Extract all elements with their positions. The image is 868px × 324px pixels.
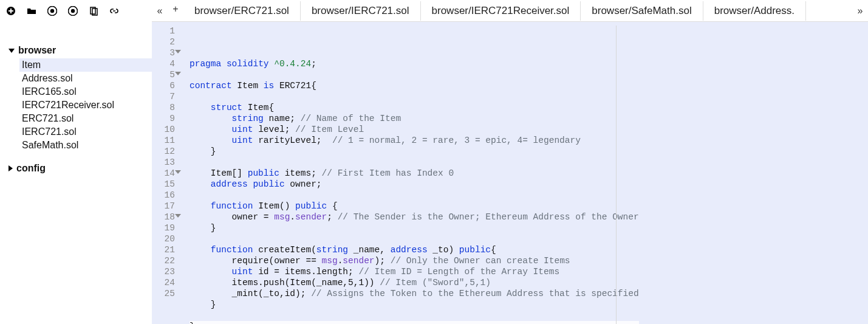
tree-item[interactable]: IERC721.sol (19, 125, 152, 139)
tree-item[interactable]: Address.sol (19, 72, 152, 85)
tree-item[interactable]: SafeMath.sol (19, 139, 152, 152)
svg-point-4 (71, 9, 75, 13)
tree-item[interactable]: Item (19, 58, 152, 72)
line-gutter: 1234567891011121314151617181920212223242… (152, 26, 179, 324)
clipboard-icon[interactable] (89, 6, 98, 16)
tabs-scroll-left[interactable]: « (152, 5, 168, 16)
tabs-add[interactable]: + (168, 4, 183, 15)
explorer-toolbar (0, 4, 152, 22)
tree-item[interactable]: ERC721.sol (19, 112, 152, 125)
editor-tab[interactable]: browser/SafeMath.sol (581, 1, 703, 21)
editor-area: « + browser/ERC721.solbrowser/IERC721.so… (152, 0, 868, 324)
link-icon[interactable] (109, 6, 119, 16)
folder-browser[interactable]: browser (6, 43, 152, 58)
github-icon-alt[interactable] (68, 6, 78, 16)
editor-tab[interactable]: browser/IERC721.sol (301, 1, 421, 21)
folder-config[interactable]: config (6, 160, 152, 176)
file-tree: browser ItemAddress.solIERC165.solIERC72… (0, 40, 152, 176)
chevron-right-icon (9, 165, 13, 171)
tree-item[interactable]: IERC165.sol (19, 85, 152, 98)
code-editor[interactable]: 1234567891011121314151617181920212223242… (152, 22, 868, 324)
folder-open-icon[interactable] (27, 6, 36, 16)
plus-circle-icon[interactable] (6, 6, 16, 16)
code-content[interactable]: pragma solidity ^0.4.24;contract Item is… (179, 26, 639, 324)
editor-tab[interactable]: browser/ERC721.sol (183, 1, 301, 21)
tree-item[interactable]: IERC721Receiver.sol (19, 98, 152, 112)
github-icon[interactable] (47, 6, 57, 16)
editor-tab[interactable]: browser/Address. (703, 1, 806, 21)
tabbar: « + browser/ERC721.solbrowser/IERC721.so… (152, 0, 868, 22)
folder-label: browser (18, 45, 56, 56)
file-explorer-panel: browser ItemAddress.solIERC165.solIERC72… (0, 0, 152, 324)
chevron-down-icon (9, 49, 15, 53)
folder-label: config (16, 163, 46, 174)
print-margin (616, 26, 617, 324)
editor-tab[interactable]: browser/IERC721Receiver.sol (421, 1, 581, 21)
tabs-scroll-right[interactable]: » (852, 5, 868, 16)
svg-point-2 (50, 9, 54, 13)
